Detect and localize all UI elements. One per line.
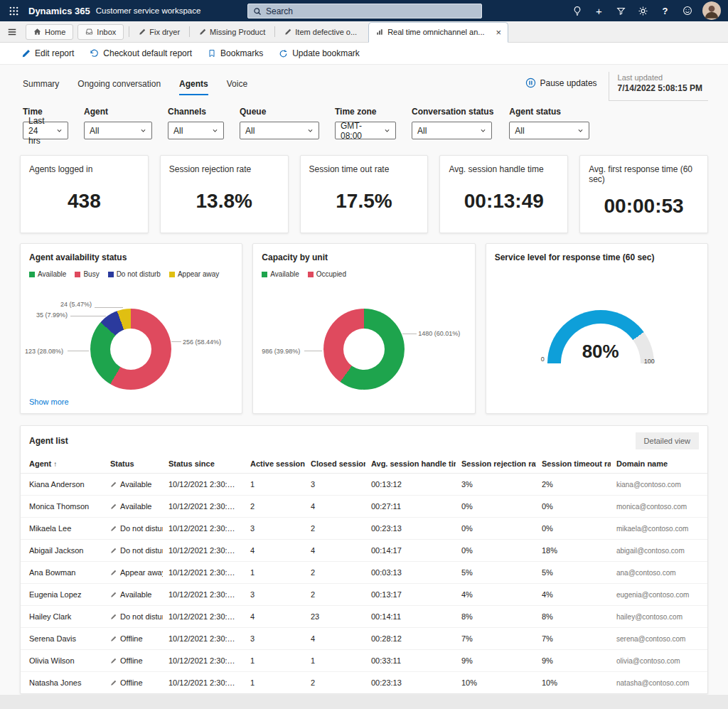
tab-session-missing-product[interactable]: Missing Product (195, 28, 269, 36)
col-closed-sessions[interactable]: Closed sessions (305, 454, 365, 474)
lightbulb-icon[interactable] (566, 1, 588, 20)
chart-capacity-by-unit: Capacity by unit Available Occupied 1480… (252, 243, 475, 414)
status-since: 10/12/2021 2:30:10 AM (163, 606, 245, 628)
tab-session-item-defective[interactable]: Item defective o... (280, 28, 361, 36)
gauge-value: 80% (547, 341, 654, 363)
chevron-down-icon (140, 127, 146, 134)
timeout-rate: 7% (536, 628, 611, 650)
domain-name: mikaela@contoso.com (611, 518, 707, 540)
domain-name: ana@contoso.com (611, 562, 707, 584)
waffle-menu-icon[interactable] (4, 1, 23, 20)
checkout-default-report-button[interactable]: Checkout default report (82, 43, 199, 64)
status-label: Available (120, 502, 151, 511)
user-avatar[interactable] (700, 1, 722, 20)
col-avg-session-handle-time[interactable]: Avg. session handle time (365, 454, 456, 474)
agent-name: Hailey Clark (21, 606, 105, 628)
status-label: Appear away (120, 568, 163, 577)
close-icon[interactable]: × (496, 28, 502, 37)
status-label: Offline (120, 678, 143, 687)
pencil-icon (284, 28, 291, 36)
agent-name: Eugenia Lopez (21, 584, 105, 606)
closed-sessions: 3 (305, 474, 365, 496)
detailed-view-button[interactable]: Detailed view (636, 432, 699, 449)
col-domain-name[interactable]: Domain name (611, 454, 707, 474)
tab-divider (274, 26, 275, 37)
edit-report-button[interactable]: Edit report (14, 43, 81, 64)
conversation-status-select[interactable]: All (412, 122, 492, 139)
col-session-timeout-rate[interactable]: Session timeout rate (536, 454, 611, 474)
avg-handle-time: 00:14:11 (365, 606, 456, 628)
col-status-since[interactable]: Status since (163, 454, 245, 474)
agent-status-select[interactable]: All (509, 122, 589, 139)
kpi-row: Agents logged in 438 Session rejection r… (0, 139, 728, 233)
callout-line (402, 334, 417, 334)
hamburger-menu-icon[interactable] (3, 23, 21, 41)
agent-select[interactable]: All (84, 122, 152, 139)
callout-line (171, 341, 181, 342)
col-session-rejection-rate[interactable]: Session rejection rate (456, 454, 536, 474)
closed-sessions: 4 (305, 628, 365, 650)
channels-select[interactable]: All (168, 122, 224, 139)
chevron-down-icon (384, 127, 390, 134)
tab-active-omnichannel-report[interactable]: Real time omnichannel an... × (368, 22, 508, 43)
tab-session-fix-dryer[interactable]: Fix dryer (134, 28, 184, 36)
pause-updates-button[interactable]: Pause updates (525, 78, 597, 88)
legend-swatch (108, 272, 114, 277)
timeout-rate: 0% (536, 518, 611, 540)
col-agent[interactable]: Agent↑ (21, 454, 105, 474)
rejection-rate: 3% (456, 474, 536, 496)
callout-line (304, 351, 322, 351)
timezone-select[interactable]: GMT-08:00 (335, 122, 396, 139)
table-row: Abigail Jackson Do not disturb 10/12/202… (21, 540, 707, 562)
chart-legend: Available Busy Do not disturb Appear awa… (21, 262, 242, 278)
timeout-rate: 8% (536, 606, 611, 628)
bookmarks-button[interactable]: Bookmarks (200, 43, 270, 64)
col-active-sessions[interactable]: Active sessions (245, 454, 305, 474)
inbox-icon (85, 28, 93, 36)
last-updated-label: Last updated (618, 73, 702, 82)
kpi-value: 00:13:49 (440, 174, 567, 233)
search-input[interactable] (266, 6, 476, 16)
chevron-down-icon (212, 127, 218, 134)
app-window: Dynamics 365 Customer service workspace … (0, 0, 728, 709)
settings-gear-icon[interactable] (632, 1, 654, 20)
tab-divider (129, 26, 129, 37)
feedback-smiley-icon[interactable] (676, 1, 698, 20)
agent-list-header: Agent list Detailed view (21, 426, 707, 454)
add-icon[interactable]: + (588, 1, 610, 20)
time-select[interactable]: Last 24 hrs (23, 122, 68, 139)
domain-name: hailey@contoso.com (611, 606, 707, 628)
callout-do-not-disturb: 35 (7.99%) (36, 311, 68, 319)
table-row: Eugenia Lopez Available 10/12/2021 2:30:… (21, 584, 707, 606)
bookmark-icon (208, 49, 216, 58)
col-status[interactable]: Status (105, 454, 163, 474)
pencil-icon (199, 28, 206, 36)
status-pencil-icon (110, 680, 117, 686)
show-more-link[interactable]: Show more (29, 398, 69, 406)
agent-name: Monica Thomson (21, 496, 105, 518)
global-search[interactable] (247, 4, 482, 18)
report-tab-agents[interactable]: Agents (179, 79, 208, 95)
status-pencil-icon (110, 592, 117, 598)
agent-name: Mikaela Lee (21, 518, 105, 540)
update-bookmark-button[interactable]: Update bookmark (272, 43, 367, 64)
report-tab-ongoing-conversation[interactable]: Ongoing conversation (77, 79, 161, 95)
filter-label: Queue (240, 107, 319, 117)
status-since: 10/12/2021 2:30:10 AM (163, 650, 245, 672)
report-tab-voice[interactable]: Voice (227, 79, 247, 95)
report-tab-summary[interactable]: Summary (23, 79, 59, 95)
help-icon[interactable]: ? (654, 1, 676, 20)
tab-inbox[interactable]: Inbox (77, 24, 124, 40)
filter-channels: Channels All (168, 107, 224, 139)
queue-select[interactable]: All (240, 122, 319, 139)
tab-home[interactable]: Home (26, 24, 73, 40)
agent-availability-donut (90, 309, 171, 390)
top-app-bar: Dynamics 365 Customer service workspace … (0, 0, 728, 21)
active-sessions: 3 (245, 628, 305, 650)
avg-handle-time: 00:13:17 (365, 584, 456, 606)
agent-name: Natasha Jones (21, 672, 105, 694)
agent-list-title: Agent list (29, 436, 68, 446)
filter-icon[interactable] (610, 1, 632, 20)
kpi-session-rejection-rate: Session rejection rate 13.8% (160, 155, 289, 233)
status-label: Available (120, 590, 151, 599)
